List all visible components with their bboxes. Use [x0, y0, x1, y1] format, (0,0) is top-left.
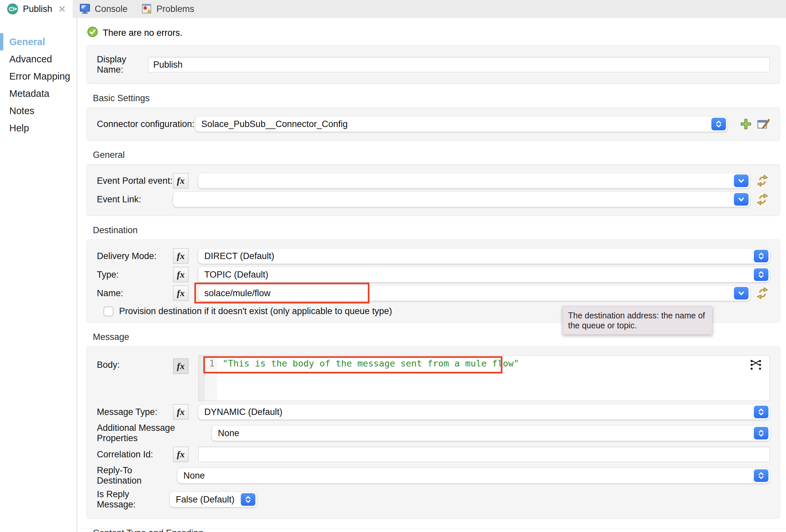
tab-problems[interactable]: Problems [134, 0, 201, 18]
refresh-sync-icon[interactable] [755, 286, 770, 300]
chevron-up-down-icon [241, 493, 255, 506]
field-row-name: Name: fx solace/mule/flow [97, 285, 770, 301]
fx-icon: fx [177, 361, 184, 371]
message-type-select[interactable]: DYNAMIC (Default) [198, 404, 770, 420]
tab-console[interactable]: Console [73, 0, 134, 18]
section-heading-basic-settings: Basic Settings [93, 93, 780, 103]
general-panel: Event Portal event: fx Event Link: [87, 164, 780, 216]
type-select[interactable]: TOPIC (Default) [198, 267, 770, 282]
delivery-mode-label: Delivery Mode: [97, 251, 173, 261]
properties-main-panel: There are no errors. Display Name: Basic… [77, 18, 786, 532]
fx-icon: fx [177, 176, 184, 186]
field-row-event-portal-event: Event Portal event: fx [97, 173, 770, 188]
fx-expression-button[interactable]: fx [173, 404, 188, 420]
connector-configuration-select[interactable]: Solace_PubSub__Connector_Config [195, 116, 727, 132]
close-icon[interactable] [58, 5, 66, 13]
delivery-mode-select[interactable]: DIRECT (Default) [198, 249, 770, 264]
sidebar-item-metadata[interactable]: Metadata [0, 85, 77, 102]
fx-expression-button[interactable]: fx [173, 267, 188, 282]
fx-expression-button[interactable]: fx [173, 249, 188, 264]
is-reply-message-label: Is Reply Message: [97, 489, 170, 510]
event-portal-event-label: Event Portal event: [97, 176, 173, 186]
field-row-type: Type: fx TOPIC (Default) [97, 267, 770, 282]
body-label: Body: [97, 360, 173, 370]
provision-destination-checkbox[interactable] [103, 306, 113, 317]
edit-config-button[interactable] [757, 118, 770, 130]
chevron-up-down-icon [754, 427, 768, 439]
editor-tab-bar: Publish Console Problems [0, 0, 786, 18]
body-code-editor[interactable]: 1 "This is the body of the message sent … [198, 355, 770, 401]
field-row-body: Body: fx 1 "This is the body of the mess… [97, 355, 770, 401]
field-row-reply-to-destination: Reply-To Destination None [97, 465, 770, 486]
fx-icon: fx [177, 251, 184, 261]
connector-configuration-value: Solace_PubSub__Connector_Config [201, 119, 348, 129]
name-label: Name: [97, 288, 173, 299]
message-panel: Body: fx 1 "This is the body of the mess… [87, 346, 780, 519]
sidebar-item-general[interactable]: General [0, 33, 77, 50]
refresh-sync-icon[interactable] [755, 192, 770, 206]
message-type-label: Message Type: [97, 407, 173, 417]
field-row-is-reply-message: Is Reply Message: False (Default) [97, 489, 770, 510]
field-row-additional-message-properties: Additional Message Properties None [97, 423, 770, 443]
fx-icon: fx [177, 269, 184, 280]
tab-problems-label: Problems [157, 4, 194, 14]
chevron-up-down-icon [754, 469, 768, 482]
editor-line-number: 1 [205, 355, 217, 401]
correlation-id-input[interactable] [198, 447, 770, 462]
reply-to-destination-label: Reply-To Destination [97, 465, 178, 486]
sidebar-item-notes[interactable]: Notes [0, 102, 77, 119]
field-row-delivery-mode: Delivery Mode: fx DIRECT (Default) [97, 249, 770, 264]
field-row-correlation-id: Correlation Id: fx [97, 447, 770, 462]
destination-panel: Delivery Mode: fx DIRECT (Default) Type:… [87, 239, 780, 323]
additional-message-properties-label: Additional Message Properties [97, 423, 212, 443]
status-message: There are no errors. [103, 28, 182, 38]
message-type-value: DYNAMIC (Default) [204, 407, 282, 417]
add-config-button[interactable] [740, 118, 752, 130]
chevron-down-icon [734, 193, 748, 206]
fx-expression-button[interactable]: fx [173, 447, 188, 462]
destination-name-combo[interactable]: solace/mule/flow [198, 285, 750, 301]
display-name-input[interactable] [148, 57, 770, 72]
event-portal-event-combo[interactable] [198, 173, 750, 188]
section-heading-destination: Destination [93, 225, 780, 235]
fx-expression-button[interactable]: fx [173, 173, 188, 188]
additional-message-properties-value: None [218, 428, 239, 438]
chevron-down-icon [734, 175, 748, 187]
dataweave-shuffle-icon[interactable] [749, 359, 762, 372]
fx-expression-button[interactable]: fx [173, 358, 188, 374]
sidebar-item-advanced[interactable]: Advanced [0, 50, 77, 68]
reply-to-destination-value: None [183, 471, 205, 481]
display-name-label: Display Name: [97, 54, 148, 75]
fx-icon: fx [177, 449, 184, 460]
success-check-icon [87, 26, 98, 40]
tab-publish[interactable]: Publish [0, 0, 73, 18]
field-row-display-name: Display Name: [97, 54, 770, 75]
connector-configuration-label: Connector configuration: [97, 119, 195, 129]
is-reply-message-select[interactable]: False (Default) [170, 492, 257, 507]
tab-publish-label: Publish [23, 4, 52, 14]
properties-sidebar: General Advanced Error Mapping Metadata … [0, 18, 77, 532]
field-row-event-link: Event Link: [97, 192, 770, 207]
fx-expression-button[interactable]: fx [173, 285, 188, 301]
chevron-up-down-icon [754, 406, 768, 418]
provision-destination-label: Provision destination if it doesn't exis… [119, 306, 392, 317]
body-code-text[interactable]: "This is the body of the message sent fr… [217, 355, 519, 401]
problems-icon [141, 3, 152, 15]
destination-name-tooltip: The destination address: the name of the… [562, 306, 712, 334]
basic-settings-panel: Connector configuration: Solace_PubSub__… [87, 108, 780, 141]
editor-margin [199, 355, 205, 401]
sidebar-item-help[interactable]: Help [0, 119, 77, 137]
type-label: Type: [97, 270, 173, 280]
field-row-message-type: Message Type: fx DYNAMIC (Default) [97, 404, 770, 420]
event-link-label: Event Link: [97, 194, 173, 205]
is-reply-message-value: False (Default) [176, 494, 234, 505]
section-heading-general: General [93, 150, 780, 160]
sidebar-item-error-mapping[interactable]: Error Mapping [0, 68, 77, 85]
tab-console-label: Console [95, 4, 128, 14]
reply-to-destination-select[interactable]: None [178, 468, 770, 483]
chevron-up-down-icon [754, 268, 768, 281]
refresh-sync-icon[interactable] [755, 174, 770, 188]
event-link-combo[interactable] [173, 192, 750, 207]
additional-message-properties-select[interactable]: None [212, 425, 770, 441]
chevron-up-down-icon [754, 250, 768, 262]
